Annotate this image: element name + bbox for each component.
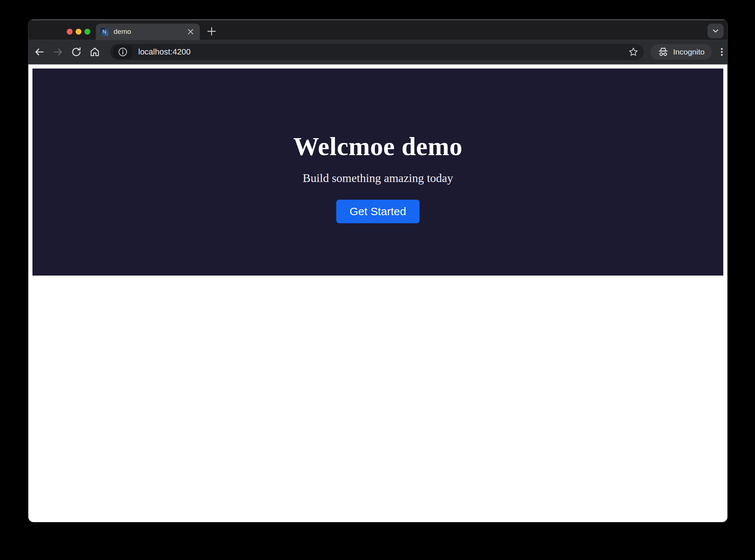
zoom-window-button[interactable] [84,29,90,35]
get-started-button[interactable]: Get Started [336,200,419,223]
arrow-left-icon[interactable] [32,45,47,59]
minimize-window-button[interactable] [76,29,81,35]
home-icon[interactable] [87,45,102,59]
plus-icon[interactable] [205,25,218,38]
incognito-label: Incognito [673,48,704,56]
browser-toolbar: localhost:4200 Inco [28,40,727,64]
browser-tab-demo[interactable]: N demo [96,24,200,40]
close-icon[interactable] [186,27,195,36]
hero-section: Welcmoe demo Build something amazing tod… [32,69,723,276]
kebab-menu-icon[interactable] [716,45,727,59]
star-icon[interactable] [626,45,641,59]
screen: N demo [0,0,755,560]
window-controls [67,29,90,35]
arrow-right-icon[interactable] [51,45,65,59]
tab-strip: N demo [28,20,727,40]
nx-logo-icon: N [100,28,108,36]
reload-icon[interactable] [69,45,84,59]
page-viewport: Welcmoe demo Build something amazing tod… [28,64,727,522]
close-window-button[interactable] [67,29,73,35]
info-icon[interactable] [113,45,132,59]
hero-title: Welcmoe demo [293,132,463,161]
url-text[interactable]: localhost:4200 [138,47,626,57]
hero-subtitle: Build something amazing today [303,171,453,185]
address-bar[interactable]: localhost:4200 [110,44,644,60]
tab-title: demo [114,28,186,36]
browser-window: N demo [28,20,727,522]
incognito-icon [658,46,669,57]
chevron-down-icon[interactable] [707,24,724,38]
incognito-badge[interactable]: Incognito [650,44,712,60]
